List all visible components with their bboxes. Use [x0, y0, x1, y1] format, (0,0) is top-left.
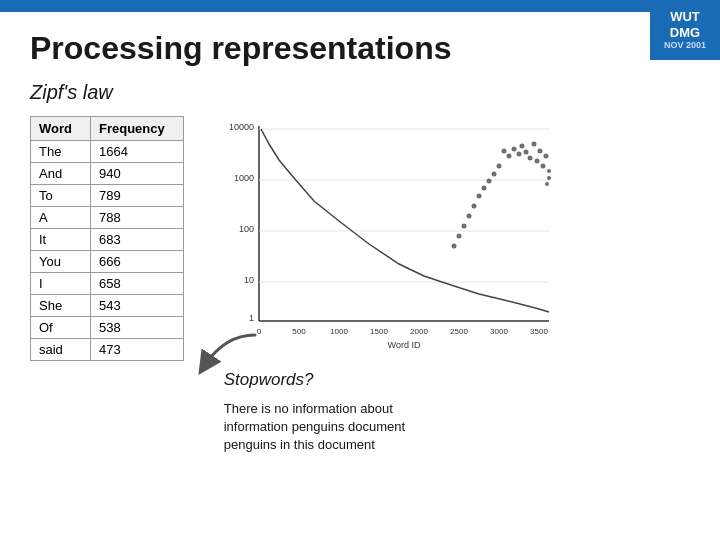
col-frequency: Frequency [90, 117, 183, 141]
svg-point-33 [491, 172, 496, 177]
svg-point-41 [451, 244, 456, 249]
svg-point-25 [523, 150, 528, 155]
table-cell-word: And [31, 163, 91, 185]
bottom-line2: information penguins document [224, 419, 405, 434]
content-area: Word Frequency The1664And940To789A788It6… [0, 116, 720, 455]
svg-text:10: 10 [244, 275, 254, 285]
svg-text:3500: 3500 [530, 327, 548, 336]
header-bar [0, 0, 720, 12]
svg-point-44 [545, 182, 549, 186]
table-cell-word: said [31, 339, 91, 361]
bottom-line3: penguins in this document [224, 437, 375, 452]
table-row: Of538 [31, 317, 184, 339]
page-title: Processing representations [0, 12, 720, 75]
table-cell-word: The [31, 141, 91, 163]
bottom-text: There is no information about informatio… [224, 400, 405, 455]
right-section: 10000 1000 100 10 1 0 500 1000 1500 2000… [214, 116, 690, 455]
svg-point-26 [527, 156, 532, 161]
svg-point-39 [461, 224, 466, 229]
svg-point-37 [471, 204, 476, 209]
table-cell-freq: 658 [90, 273, 183, 295]
table-cell-word: She [31, 295, 91, 317]
svg-text:3000: 3000 [490, 327, 508, 336]
table-row: It683 [31, 229, 184, 251]
table-row: To789 [31, 185, 184, 207]
stopwords-arrow [195, 320, 265, 390]
table-cell-freq: 788 [90, 207, 183, 229]
svg-point-28 [534, 159, 539, 164]
table-row: I658 [31, 273, 184, 295]
svg-point-32 [496, 164, 501, 169]
svg-text:2500: 2500 [450, 327, 468, 336]
table-cell-freq: 683 [90, 229, 183, 251]
svg-text:1000: 1000 [330, 327, 348, 336]
table-row: She543 [31, 295, 184, 317]
svg-point-27 [531, 142, 536, 147]
table-row: A788 [31, 207, 184, 229]
svg-text:2000: 2000 [410, 327, 428, 336]
svg-point-24 [519, 144, 524, 149]
table-cell-word: I [31, 273, 91, 295]
svg-point-30 [540, 164, 545, 169]
table-cell-word: It [31, 229, 91, 251]
svg-point-38 [466, 214, 471, 219]
svg-point-40 [456, 234, 461, 239]
table-section: Word Frequency The1664And940To789A788It6… [30, 116, 184, 455]
svg-point-42 [547, 169, 551, 173]
svg-point-36 [476, 194, 481, 199]
svg-point-43 [547, 176, 551, 180]
svg-text:100: 100 [239, 224, 254, 234]
svg-point-23 [516, 152, 521, 157]
bottom-line1: There is no information about [224, 401, 393, 416]
svg-text:10000: 10000 [229, 122, 254, 132]
svg-text:Word ID: Word ID [387, 340, 420, 350]
word-frequency-table: Word Frequency The1664And940To789A788It6… [30, 116, 184, 361]
table-cell-freq: 473 [90, 339, 183, 361]
table-cell-word: Of [31, 317, 91, 339]
table-cell-freq: 940 [90, 163, 183, 185]
badge-line1: WUT [670, 9, 700, 25]
table-row: said473 [31, 339, 184, 361]
col-word: Word [31, 117, 91, 141]
table-cell-freq: 789 [90, 185, 183, 207]
table-cell-freq: 1664 [90, 141, 183, 163]
table-cell-word: You [31, 251, 91, 273]
table-cell-word: A [31, 207, 91, 229]
table-cell-freq: 543 [90, 295, 183, 317]
svg-text:1500: 1500 [370, 327, 388, 336]
table-cell-word: To [31, 185, 91, 207]
wut-dmg-badge: WUT DMG NOV 2001 [650, 0, 720, 60]
zipf-label: Zipf's law [0, 75, 720, 116]
svg-text:500: 500 [292, 327, 306, 336]
table-row: You666 [31, 251, 184, 273]
svg-point-21 [506, 154, 511, 159]
svg-point-34 [486, 179, 491, 184]
table-cell-freq: 666 [90, 251, 183, 273]
svg-point-29 [537, 149, 542, 154]
table-row: The1664 [31, 141, 184, 163]
badge-line3: NOV 2001 [664, 40, 706, 51]
svg-point-22 [511, 147, 516, 152]
table-row: And940 [31, 163, 184, 185]
svg-text:1000: 1000 [234, 173, 254, 183]
badge-line2: DMG [670, 25, 700, 41]
svg-point-31 [543, 154, 548, 159]
table-cell-freq: 538 [90, 317, 183, 339]
svg-point-20 [501, 149, 506, 154]
svg-point-35 [481, 186, 486, 191]
